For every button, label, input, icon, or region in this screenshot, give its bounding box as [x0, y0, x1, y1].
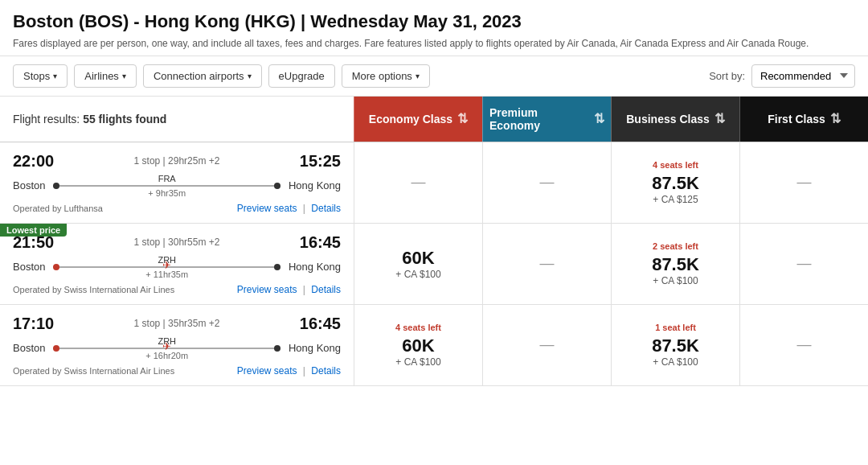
business-price-cell[interactable]: 2 seats left 87.5K + CA $100 [611, 224, 739, 304]
route-dot-right [274, 183, 280, 189]
plane-icon: ✈ [162, 340, 171, 352]
flight-footer: Operated by Swiss International Air Line… [13, 284, 341, 295]
depart-time: 22:00 [13, 152, 54, 171]
flight-timing: 22:00 1 stop | 29hr25m +2 15:25 [13, 152, 341, 171]
flight-row: 22:00 1 stop | 29hr25m +2 15:25 Boston F… [0, 142, 868, 224]
route-line: ✈ [53, 266, 280, 268]
economy-class-header: Economy Class ⇅ [354, 97, 482, 142]
flight-main: 22:00 1 stop | 29hr25m +2 15:25 Boston F… [0, 142, 868, 223]
seats-left: 2 seats left [653, 241, 698, 251]
details-link[interactable]: Details [311, 284, 341, 295]
economy-price-cell[interactable]: 4 seats left 60K + CA $100 [354, 305, 482, 385]
flight-footer: Operated by Lufthansa Preview seats | De… [13, 203, 341, 214]
premium-price-cell[interactable]: — [482, 142, 611, 223]
preview-seats-link[interactable]: Preview seats [237, 284, 297, 295]
price-cells: 4 seats left 60K + CA $100 — 1 seat left… [354, 305, 868, 385]
price-value: 60K [402, 248, 434, 269]
results-header: Flight results: 55 flights found Economy… [0, 97, 868, 142]
sort-label: Sort by: [709, 70, 745, 82]
economy-price-cell[interactable]: — [354, 142, 482, 223]
first-price-cell[interactable]: — [739, 224, 868, 304]
first-sort-icon: ⇅ [830, 111, 841, 126]
flight-route: Boston ZRH ✈ + 16hr20m Hong Kong [13, 336, 341, 360]
flight-stops: 1 stop | 30hr55m +2 [134, 237, 220, 248]
route-visual: FRA + 9hr35m [53, 174, 280, 198]
results-label: Flight results: 55 flights found [0, 97, 354, 142]
flight-route: Boston ZRH ✈ + 11hr35m Hong Kong [13, 255, 341, 279]
premium-price-cell[interactable]: — [482, 224, 611, 304]
details-link[interactable]: Details [311, 365, 341, 377]
page-header: Boston (BOS) - Hong Kong (HKG) | Wednesd… [0, 0, 868, 56]
sort-select[interactable]: Recommended Price Duration Departure [751, 64, 855, 88]
connection-chevron-icon: ▾ [248, 72, 252, 80]
airlines-button[interactable]: Airlines ▾ [74, 64, 137, 88]
flight-main: 21:50 1 stop | 30hr55m +2 16:45 Boston Z… [0, 224, 868, 304]
via-label: FRA [53, 174, 280, 183]
eupgrade-button[interactable]: eUpgrade [268, 64, 335, 88]
price-sub: + CA $100 [395, 356, 440, 368]
flight-row: 17:10 1 stop | 35hr35m +2 16:45 Boston Z… [0, 305, 868, 386]
stops-button[interactable]: Stops ▾ [13, 64, 68, 88]
page-subtitle: Fares displayed are per person, one way,… [13, 37, 855, 51]
page-title: Boston (BOS) - Hong Kong (HKG) | Wednesd… [13, 11, 855, 32]
dash-icon: — [540, 174, 555, 191]
operated-by: Operated by Swiss International Air Line… [13, 366, 174, 376]
business-price-cell[interactable]: 4 seats left 87.5K + CA $125 [611, 142, 739, 223]
premium-class-header: Premium Economy ⇅ [482, 97, 611, 142]
flight-footer: Operated by Swiss International Air Line… [13, 365, 341, 377]
preview-seats-link[interactable]: Preview seats [237, 365, 297, 377]
price-cells: — — 4 seats left 87.5K + CA $125 — [354, 142, 868, 223]
arrive-city: Hong Kong [289, 179, 341, 191]
dash-icon: — [797, 174, 812, 191]
price-value: 87.5K [652, 254, 699, 275]
price-value: 87.5K [652, 335, 699, 356]
route-visual: ZRH ✈ + 11hr35m [53, 255, 280, 279]
business-sort-icon: ⇅ [714, 111, 725, 126]
flight-main: 17:10 1 stop | 35hr35m +2 16:45 Boston Z… [0, 305, 868, 385]
price-sub: + CA $100 [653, 356, 698, 368]
price-value: 60K [402, 335, 434, 356]
depart-city: Boston [13, 342, 45, 354]
details-link[interactable]: Details [311, 203, 341, 214]
arrive-time: 16:45 [300, 315, 341, 333]
economy-price-cell[interactable]: 60K + CA $100 [354, 224, 482, 304]
price-sub: + CA $100 [395, 269, 440, 280]
dash-icon: — [540, 255, 555, 272]
arrive-time: 16:45 [300, 233, 341, 252]
price-value: 87.5K [652, 173, 699, 194]
depart-time: 17:10 [13, 315, 54, 333]
first-price-cell[interactable]: — [739, 305, 868, 385]
premium-price-cell[interactable]: — [482, 305, 611, 385]
stops-chevron-icon: ▾ [53, 72, 57, 80]
first-class-header: First Class ⇅ [739, 97, 868, 142]
lowest-price-badge: Lowest price [0, 224, 67, 237]
dash-icon: — [797, 336, 812, 353]
preview-links: Preview seats | Details [237, 365, 341, 377]
flight-info: 22:00 1 stop | 29hr25m +2 15:25 Boston F… [0, 142, 354, 223]
arrive-city: Hong Kong [289, 342, 341, 354]
flight-info: 17:10 1 stop | 35hr35m +2 16:45 Boston Z… [0, 305, 354, 385]
first-price-cell[interactable]: — [739, 142, 868, 223]
more-options-button[interactable]: More options ▾ [342, 64, 430, 88]
flight-stops: 1 stop | 29hr25m +2 [134, 155, 220, 167]
connection-button[interactable]: Connection airports ▾ [143, 64, 262, 88]
route-line [53, 185, 280, 187]
route-dot-right [274, 264, 280, 270]
business-price-cell[interactable]: 1 seat left 87.5K + CA $100 [611, 305, 739, 385]
route-line: ✈ [53, 348, 280, 349]
business-class-header: Business Class ⇅ [611, 97, 739, 142]
price-sub: + CA $100 [653, 275, 698, 286]
arrive-city: Hong Kong [289, 261, 341, 273]
preview-seats-link[interactable]: Preview seats [237, 203, 297, 214]
operated-by: Operated by Swiss International Air Line… [13, 285, 174, 294]
preview-links: Preview seats | Details [237, 203, 341, 214]
depart-city: Boston [13, 179, 45, 191]
seats-left: 4 seats left [395, 323, 441, 332]
price-sub: + CA $125 [653, 194, 698, 205]
flight-stops: 1 stop | 35hr35m +2 [134, 318, 220, 329]
dash-icon: — [411, 174, 426, 191]
route-visual: ZRH ✈ + 16hr20m [53, 336, 280, 360]
operated-by: Operated by Lufthansa [13, 204, 103, 213]
more-chevron-icon: ▾ [416, 72, 420, 80]
seats-left: 4 seats left [653, 160, 698, 170]
